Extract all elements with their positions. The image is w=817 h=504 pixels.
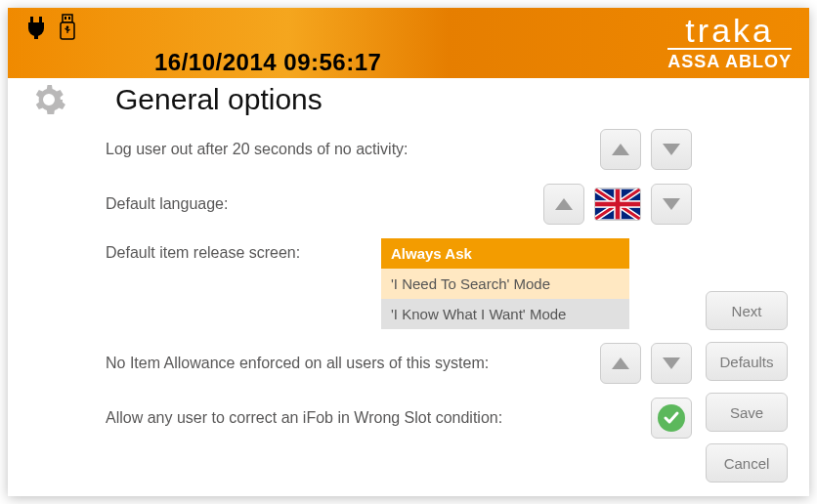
svg-rect-3	[63, 15, 72, 22]
defaults-button[interactable]: Defaults	[706, 342, 788, 381]
usb-icon	[59, 14, 76, 41]
next-button[interactable]: Next	[706, 291, 788, 330]
cancel-button[interactable]: Cancel	[706, 443, 788, 483]
label-language: Default language:	[106, 195, 536, 213]
correct-slot-toggle[interactable]	[651, 398, 692, 439]
release-option-know-mode[interactable]: 'I Know What I Want' Mode	[381, 299, 629, 329]
svg-rect-0	[30, 17, 33, 22]
svg-rect-2	[34, 33, 38, 39]
svg-rect-15	[595, 202, 640, 207]
gear-icon	[31, 82, 66, 117]
svg-marker-16	[663, 198, 680, 210]
power-plug-icon	[25, 15, 47, 40]
save-button[interactable]: Save	[706, 393, 788, 432]
label-logout: Log user out after 20 seconds of no acti…	[106, 141, 536, 158]
svg-marker-10	[555, 198, 573, 210]
svg-marker-17	[612, 357, 629, 369]
svg-marker-18	[663, 357, 680, 369]
logout-timeout-down-button[interactable]	[651, 129, 692, 170]
allowance-up-button[interactable]	[600, 343, 641, 384]
language-flag-icon	[594, 188, 641, 221]
page-title: General options	[115, 83, 322, 116]
svg-rect-1	[39, 17, 42, 22]
brand-block: traka ASSA ABLOY	[667, 15, 792, 72]
logout-timeout-up-button[interactable]	[600, 129, 641, 170]
svg-rect-4	[64, 17, 66, 20]
language-prev-button[interactable]	[543, 184, 584, 225]
svg-marker-8	[612, 144, 629, 155]
label-release: Default item release screen:	[106, 238, 381, 262]
svg-marker-9	[663, 144, 680, 155]
brand-main: traka	[667, 15, 792, 46]
header-bar: 16/10/2014 09:56:17 traka ASSA ABLOY	[8, 8, 809, 78]
release-option-always-ask[interactable]: Always Ask	[381, 238, 629, 269]
svg-point-7	[66, 26, 69, 29]
brand-sub: ASSA ABLOY	[667, 52, 792, 72]
label-allowance: No Item Allowance enforced on all users …	[106, 355, 536, 372]
checkmark-icon	[658, 404, 685, 432]
label-correct-slot: Allow any user to correct an iFob in Wro…	[106, 409, 536, 427]
svg-rect-5	[68, 17, 70, 20]
release-screen-list[interactable]: Always Ask 'I Need To Search' Mode 'I Kn…	[381, 238, 629, 329]
allowance-down-button[interactable]	[651, 343, 692, 384]
language-next-button[interactable]	[651, 184, 692, 225]
release-option-search-mode[interactable]: 'I Need To Search' Mode	[381, 269, 629, 299]
datetime-display: 16/10/2014 09:56:17	[154, 49, 381, 76]
